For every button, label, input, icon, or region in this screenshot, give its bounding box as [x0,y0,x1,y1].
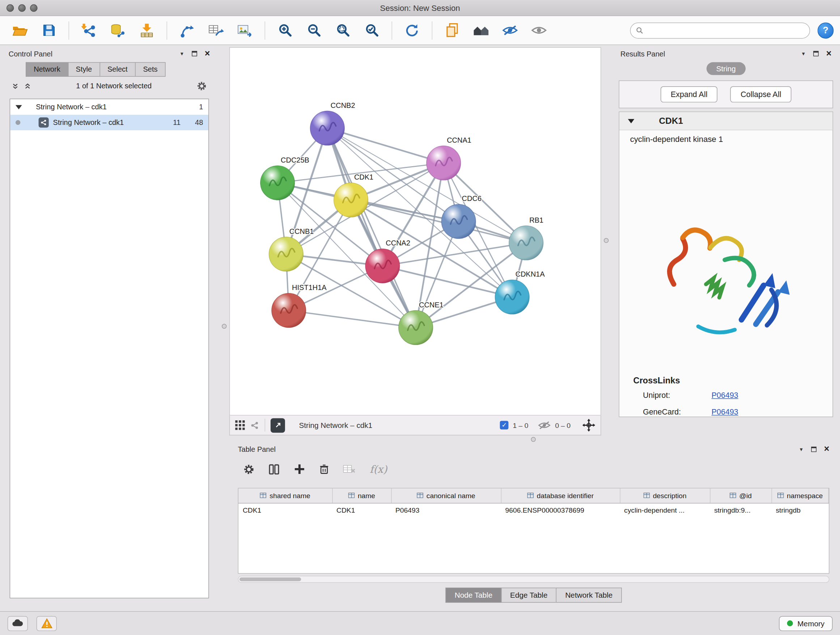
tab-select[interactable]: Select [99,62,135,77]
column-header[interactable]: name [332,488,391,503]
open-in-new-window-button[interactable] [271,418,285,432]
network-node-CDK1[interactable] [334,183,368,217]
panel-close-icon[interactable]: × [824,447,829,452]
table-row[interactable]: CDK1CDK1P064939606.ENSP00000378699cyclin… [238,503,829,517]
show-columns-icon[interactable] [268,463,279,475]
network-node-CCNA1[interactable] [426,146,461,180]
column-header[interactable]: description [620,488,710,503]
column-header[interactable]: namespace [772,488,829,503]
add-column-icon[interactable] [294,463,306,475]
help-button[interactable]: ? [818,22,834,38]
table-cell[interactable]: cyclin-dependent ... [620,503,710,517]
network-row-selected[interactable]: String Network – cdk1 11 48 [10,115,208,130]
panel-close-icon[interactable]: × [826,51,832,57]
expand-all-icon[interactable] [24,82,31,89]
network-node-CDC25B[interactable] [261,166,295,200]
uniprot-link[interactable]: P06493 [712,391,738,400]
selected-checkbox-icon[interactable]: ✓ [500,421,508,430]
import-network-database-button[interactable] [104,19,131,42]
table-cell[interactable]: CDK1 [332,503,391,517]
disclosure-triangle-icon[interactable] [628,119,635,123]
show-all-button[interactable] [526,19,553,42]
network-node-CCNB2[interactable] [310,111,344,146]
network-node-CDKN1A[interactable] [495,280,529,314]
panel-menu-icon[interactable]: ▼ [799,447,804,452]
import-table-button[interactable] [134,19,160,42]
panel-menu-icon[interactable]: ▼ [801,51,806,57]
network-node-CCNA2[interactable] [365,249,400,283]
bottom-splitter-handle[interactable] [531,437,536,442]
tab-sets[interactable]: Sets [135,62,165,77]
zoom-selected-button[interactable] [358,19,385,42]
protein-header[interactable]: CDK1 [619,112,832,130]
column-header[interactable]: @id [710,488,771,503]
disclosure-triangle-icon[interactable] [16,105,22,109]
search-input[interactable] [647,27,804,35]
new-network-button[interactable] [174,19,201,42]
tab-edge-table[interactable]: Edge Table [501,587,556,602]
string-results-tab[interactable]: String [706,62,745,75]
network-node-CDC6[interactable] [441,204,476,239]
import-network-file-button[interactable] [76,19,103,42]
delete-column-icon[interactable] [319,464,329,475]
table-cell[interactable]: stringdb [772,503,829,517]
home-networks-button[interactable] [468,19,494,42]
open-session-button[interactable] [6,19,33,42]
network-node-CCNB1[interactable] [269,237,303,272]
window-close-button[interactable] [6,4,14,12]
network-edge[interactable] [289,310,416,327]
hidden-eye-slash-icon[interactable] [538,420,551,430]
network-node-HIST1H1A[interactable] [272,293,306,328]
network-view-canvas[interactable]: CCNB2CCNA1CDC25BCDK1CDC6RB1CCNB1CCNA2CDK… [229,47,601,415]
network-edge[interactable] [327,128,416,328]
network-node-RB1[interactable] [509,226,543,260]
zoom-out-button[interactable] [301,19,327,42]
network-node-CCNE1[interactable] [399,310,433,345]
expand-all-button[interactable]: Expand All [660,86,718,102]
warnings-button[interactable] [36,616,57,631]
cloud-status-button[interactable] [8,616,28,631]
new-network-from-table-button[interactable] [202,19,229,42]
table-cell[interactable]: CDK1 [238,503,332,517]
window-minimize-button[interactable] [18,4,26,12]
table-cell[interactable]: P06493 [391,503,501,517]
collapse-all-button[interactable]: Collapse All [730,86,791,102]
network-edge[interactable] [327,128,444,163]
tab-style[interactable]: Style [68,62,99,77]
window-zoom-button[interactable] [30,4,38,12]
apply-layout-button[interactable] [399,19,425,42]
table-horizontal-scrollbar[interactable] [238,576,829,583]
zoom-in-button[interactable] [272,19,298,42]
table-cell[interactable]: stringdb:9... [710,503,771,517]
memory-button[interactable]: Memory [779,616,832,631]
column-header[interactable]: shared name [238,488,332,503]
right-splitter-handle[interactable] [604,238,608,243]
panel-float-icon[interactable] [811,447,816,452]
genecard-link[interactable]: P06493 [712,408,738,416]
save-session-button[interactable] [35,19,62,42]
panel-float-icon[interactable] [813,51,819,57]
column-header[interactable]: database identifier [501,488,620,503]
hide-selected-button[interactable] [497,19,523,42]
birds-eye-grid-icon[interactable] [235,420,245,430]
tab-node-table[interactable]: Node Table [446,587,501,602]
collapse-all-icon[interactable] [12,82,19,89]
panel-float-icon[interactable] [192,51,197,57]
panel-close-icon[interactable]: × [205,51,210,57]
scrollbar-thumb[interactable] [240,578,301,581]
column-header[interactable]: canonical name [391,488,501,503]
panel-menu-icon[interactable]: ▼ [180,51,184,57]
table-settings-gear-icon[interactable] [243,463,254,475]
zoom-fit-button[interactable] [330,19,356,42]
gear-icon[interactable] [197,81,207,91]
network-edge[interactable] [351,200,526,242]
tab-network[interactable]: Network [26,62,68,77]
export-image-button[interactable] [232,19,258,42]
network-collection-row[interactable]: String Network – cdk1 1 [10,99,208,115]
share-view-icon[interactable] [250,421,259,430]
left-splitter-handle[interactable] [222,324,226,329]
table-cell[interactable]: 9606.ENSP00000378699 [501,503,620,517]
tab-network-table[interactable]: Network Table [556,587,622,602]
fit-crosshair-icon[interactable] [583,419,595,432]
duplicate-network-button[interactable] [439,19,466,42]
